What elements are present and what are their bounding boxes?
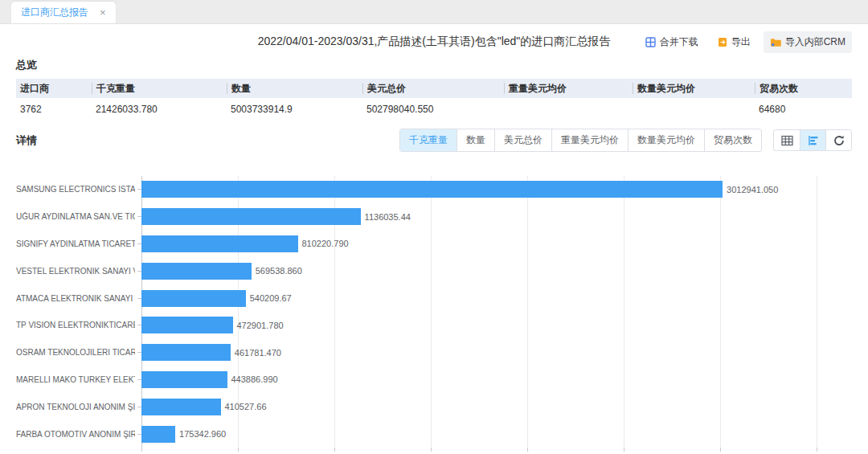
x-tick-mark xyxy=(720,448,721,452)
bar-chart-icon xyxy=(808,135,819,146)
chart-bar[interactable] xyxy=(141,263,252,280)
category-label: UĞUR AYDINLATMA SAN.VE TİC.LTD... xyxy=(16,212,135,221)
view-table-button[interactable] xyxy=(774,130,800,150)
bar-track: 443886.990 xyxy=(141,371,852,388)
bar-track: 472901.780 xyxy=(141,317,852,333)
view-button-group xyxy=(773,129,852,151)
overview-header-cell: 数量美元均价 xyxy=(633,83,755,94)
metric-tab-1[interactable]: 千克重量 xyxy=(400,129,457,151)
chart-bar[interactable] xyxy=(141,290,246,307)
tab-title: 进口商汇总报告 xyxy=(21,6,88,19)
chart-bar[interactable] xyxy=(141,208,361,225)
overview-header-cell: 重量美元均价 xyxy=(504,83,633,94)
overview-value-cell: 64680 xyxy=(755,104,852,115)
bar-track: 175342.960 xyxy=(141,426,852,443)
report-page: 2022/04/01-2023/03/31,产品描述(土耳其语)包含"led"的… xyxy=(0,27,868,454)
import-crm-button[interactable]: 导入内部CRM xyxy=(764,31,852,53)
x-tick-mark xyxy=(431,448,432,452)
chart-bar[interactable] xyxy=(141,181,723,198)
detail-toolbar: 详情 千克重量数量美元总价重量美元均价数量美元均价贸易次数 xyxy=(16,129,852,152)
chart-bar[interactable] xyxy=(141,317,233,333)
chart-bar[interactable] xyxy=(141,371,227,388)
x-tick-mark xyxy=(334,448,335,452)
bar-track: 540209.67 xyxy=(141,290,852,307)
overview-table: 进口商千克重量数量美元总价重量美元均价数量美元均价贸易次数 3762214260… xyxy=(16,79,852,121)
view-chart-button[interactable] xyxy=(800,130,825,150)
x-tick-mark xyxy=(238,448,239,452)
import-crm-label: 导入内部CRM xyxy=(785,35,845,49)
detail-section-title: 详情 xyxy=(16,133,37,148)
metric-tab-3[interactable]: 美元总价 xyxy=(494,129,551,151)
chart-row: TP VISION ELEKTRONİKTİCARET AN...472901.… xyxy=(16,312,852,339)
chart-row: OSRAM TEKNOLOJİLERİ TİCARET AN...461781.… xyxy=(16,339,852,366)
export-label: 导出 xyxy=(731,35,751,49)
merge-grid-icon xyxy=(645,37,656,47)
export-button[interactable]: 导出 xyxy=(711,31,757,53)
overview-header-cell: 进口商 xyxy=(16,83,92,94)
detail-controls: 千克重量数量美元总价重量美元均价数量美元均价贸易次数 xyxy=(399,129,852,152)
bar-track: 569538.860 xyxy=(141,263,852,280)
metric-tab-6[interactable]: 贸易次数 xyxy=(704,129,761,151)
overview-section-title: 总览 xyxy=(16,58,852,72)
metric-tab-5[interactable]: 数量美元均价 xyxy=(628,129,704,151)
category-label: VESTEL ELEKTRONİK SANAYİ VE Tİ... xyxy=(16,267,135,276)
metric-tab-2[interactable]: 数量 xyxy=(457,129,494,151)
overview-header-cell: 千克重量 xyxy=(92,83,227,94)
chart-row: SİGNİFY AYDINLATMA TİCARET ANO...810220.… xyxy=(16,231,852,258)
chart-bar[interactable] xyxy=(141,399,221,415)
chart-rows: SAMSUNG ELECTRONICS ISTANBUL P...3012941… xyxy=(16,176,852,448)
overview-header-row: 进口商千克重量数量美元总价重量美元均价数量美元均价贸易次数 xyxy=(16,79,852,98)
tab-bar: 进口商汇总报告 × xyxy=(0,0,868,24)
bar-chart: SAMSUNG ELECTRONICS ISTANBUL P...3012941… xyxy=(16,176,852,454)
overview-value-row: 376221426033.7805003733914.9502798040.55… xyxy=(16,98,852,121)
refresh-icon xyxy=(833,135,845,146)
merge-download-label: 合并下载 xyxy=(660,35,698,49)
bar-track: 461781.470 xyxy=(141,344,852,361)
value-label: 1136035.44 xyxy=(365,212,411,222)
chart-row: APRON TEKNOLOJİ ANONİM ŞİRKETİ410527.66 xyxy=(16,393,852,420)
overview-header-cell: 数量 xyxy=(227,83,362,94)
chart-row: UĞUR AYDINLATMA SAN.VE TİC.LTD...1136035… xyxy=(16,203,852,231)
value-label: 569538.860 xyxy=(256,266,302,276)
x-axis: 0500,0001,000,0001,500,0002,000,0002,500… xyxy=(141,448,817,454)
overview-value-cell: 3762 xyxy=(16,104,92,115)
category-label: APRON TEKNOLOJİ ANONİM ŞİRKETİ xyxy=(16,403,135,411)
x-tick-mark xyxy=(624,448,624,452)
refresh-button[interactable] xyxy=(825,130,851,150)
x-tick-mark xyxy=(527,448,528,452)
category-label: SİGNİFY AYDINLATMA TİCARET ANO... xyxy=(16,239,135,248)
bar-track: 810220.790 xyxy=(141,235,852,252)
value-label: 810220.790 xyxy=(302,239,349,248)
value-label: 175342.960 xyxy=(179,429,226,439)
tab-import-summary-report[interactable]: 进口商汇总报告 × xyxy=(11,2,116,23)
category-label: MARELLI MAKO TURKEY ELEKTRİK S... xyxy=(16,375,135,384)
chart-bar[interactable] xyxy=(141,344,231,361)
header-buttons: 合并下载 导出 导入内部CRM xyxy=(639,31,852,53)
value-label: 461781.470 xyxy=(235,348,281,358)
value-label: 540209.67 xyxy=(250,293,292,303)
x-tick-mark xyxy=(817,448,817,452)
close-icon[interactable]: × xyxy=(100,7,106,18)
bar-track: 410527.66 xyxy=(141,399,852,415)
chart-bar[interactable] xyxy=(141,426,175,443)
metric-tab-4[interactable]: 重量美元均价 xyxy=(551,129,628,151)
category-label: SAMSUNG ELECTRONICS ISTANBUL P... xyxy=(16,185,135,194)
chart-bar[interactable] xyxy=(141,235,298,252)
chart-row: FARBA OTOMOTİV ANONİM ŞİRKETİ175342.960 xyxy=(16,420,852,448)
metric-tab-group: 千克重量数量美元总价重量美元均价数量美元均价贸易次数 xyxy=(399,129,762,152)
export-icon xyxy=(718,37,727,47)
overview-header-cell: 贸易次数 xyxy=(755,83,852,94)
chart-row: MARELLI MAKO TURKEY ELEKTRİK S...443886.… xyxy=(16,366,852,394)
overview-value-cell: 502798040.550 xyxy=(362,104,504,115)
bar-track: 1136035.44 xyxy=(141,208,852,225)
bar-track: 3012941.050 xyxy=(141,181,852,198)
report-title: 2022/04/01-2023/03/31,产品描述(土耳其语)包含"led"的… xyxy=(258,35,611,49)
value-label: 3012941.050 xyxy=(727,185,778,194)
overview-value-cell: 5003733914.9 xyxy=(227,104,362,115)
category-label: OSRAM TEKNOLOJİLERİ TİCARET AN... xyxy=(16,348,135,357)
title-row: 2022/04/01-2023/03/31,产品描述(土耳其语)包含"led"的… xyxy=(16,27,852,56)
value-label: 443886.990 xyxy=(231,374,278,384)
chart-row: ATMACA ELEKTRONİK SANAYİ VE Tİ...540209.… xyxy=(16,284,852,312)
category-label: FARBA OTOMOTİV ANONİM ŞİRKETİ xyxy=(16,430,135,439)
merge-download-button[interactable]: 合并下载 xyxy=(639,31,705,53)
